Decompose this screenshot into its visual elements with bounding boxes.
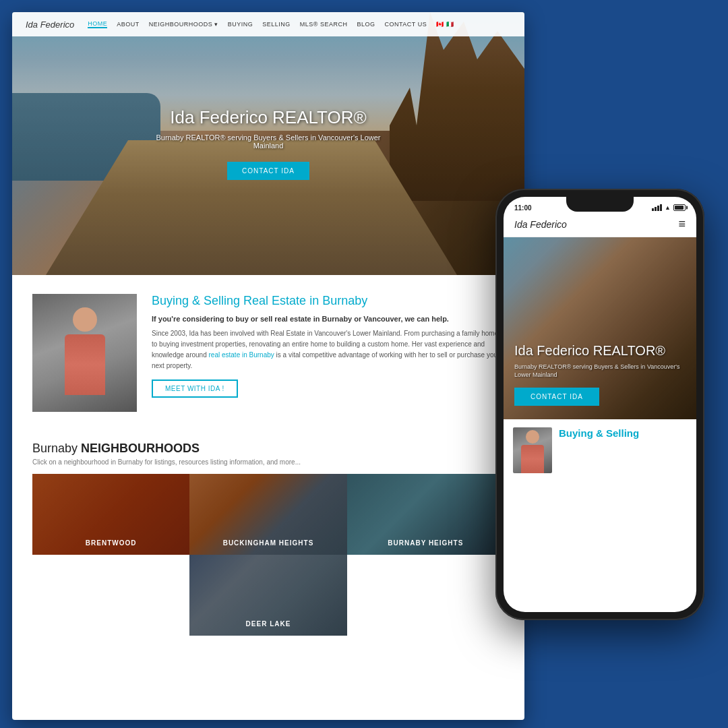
battery-fill (675, 206, 684, 210)
neighbourhoods-subtitle: Click on a neighbourhood in Burnaby for … (32, 458, 504, 466)
burnaby-heights-label: BURNABY HEIGHTS (347, 539, 504, 547)
neighbourhoods-section: Burnaby NEIGHBOURHOODS Click on a neighb… (12, 431, 524, 642)
phone-about: Buying & Selling (504, 419, 696, 481)
about-bold-text: If you're considering to buy or sell rea… (152, 315, 504, 323)
phone-status-icons: ▲ (652, 204, 686, 211)
signal-bar-2 (655, 207, 657, 211)
meet-button[interactable]: MEET WITH IDA ! (152, 380, 238, 398)
hero-content: Ida Federico REALTOR® Burnaby REALTOR® s… (140, 107, 396, 180)
signal-bar-3 (657, 206, 659, 211)
neighbourhood-deer-lake[interactable]: DEER LAKE (189, 555, 346, 636)
nav-item-neighbourhoods[interactable]: NEIGHBOURHOODS ▾ (149, 21, 218, 28)
phone-contact-button[interactable]: CONTACT IDA (514, 388, 599, 406)
brentwood-label: BRENTWOOD (32, 539, 189, 547)
neighbourhoods-title: Burnaby NEIGHBOURHOODS (32, 442, 504, 456)
neighbourhood-buckingham[interactable]: BUCKINGHAM HEIGHTS (189, 474, 346, 555)
phone-nav-logo: Ida Federico (514, 219, 567, 230)
about-text: Buying & Selling Real Estate in Burnaby … (152, 294, 504, 412)
hamburger-icon[interactable]: ≡ (678, 217, 686, 231)
about-paragraph: Since 2003, Ida has been involved with R… (152, 328, 504, 371)
signal-bar-4 (660, 204, 662, 211)
wifi-icon: ▲ (665, 204, 671, 211)
neighbourhoods-title-bold: NEIGHBOURHOODS (81, 442, 200, 455)
phone-hero-title: Ida Federico REALTOR® (514, 342, 686, 359)
phone-agent-photo (513, 427, 552, 473)
nav-item-home[interactable]: HOME (88, 20, 107, 28)
phone-nav: Ida Federico ≡ (504, 216, 696, 237)
signal-icon (652, 204, 662, 211)
phone-about-text: Buying & Selling (559, 427, 687, 439)
nav-item-blog[interactable]: BLOG (357, 21, 375, 28)
nav-item-mls[interactable]: MLS® SEARCH (300, 21, 348, 28)
nav-logo: Ida Federico (26, 20, 74, 30)
phone-time: 11:00 (514, 204, 532, 212)
desktop-mockup: Ida Federico HOME ABOUT NEIGHBOURHOODS ▾… (12, 12, 524, 720)
hero-contact-button[interactable]: CONTACT IDA (227, 162, 309, 180)
neighbourhoods-grid: BRENTWOOD BUCKINGHAM HEIGHTS BURNABY HEI… (32, 474, 504, 555)
neighbourhoods-row2: DEER LAKE (32, 555, 504, 636)
phone-agent-body (521, 445, 544, 473)
about-section: Buying & Selling Real Estate in Burnaby … (12, 275, 524, 431)
battery-icon (673, 204, 686, 211)
hero-section: Ida Federico REALTOR® Burnaby REALTOR® s… (12, 12, 524, 275)
about-link[interactable]: real estate in Burnaby (209, 351, 274, 359)
buckingham-label: BUCKINGHAM HEIGHTS (189, 539, 346, 547)
phone-hero-content: Ida Federico REALTOR® Burnaby REALTOR® s… (514, 342, 686, 406)
agent-figure (58, 307, 112, 412)
deer-lake-label: DEER LAKE (189, 620, 346, 628)
agent-body (65, 334, 105, 395)
phone-agent-head (526, 430, 539, 444)
phone-mockup: 11:00 ▲ Ida Federico ≡ (495, 189, 704, 620)
desktop-nav: Ida Federico HOME ABOUT NEIGHBOURHOODS ▾… (12, 12, 524, 36)
nav-flags: 🇨🇦 🇮🇹 (436, 21, 454, 28)
nav-item-contact[interactable]: CONTACT US (385, 21, 427, 28)
hero-title: Ida Federico REALTOR® (140, 107, 396, 128)
signal-bar-1 (652, 208, 654, 211)
hero-subtitle: Burnaby REALTOR® serving Buyers & Seller… (140, 133, 396, 150)
phone-notch (566, 197, 634, 212)
phone-screen: 11:00 ▲ Ida Federico ≡ (504, 197, 696, 612)
nav-item-selling[interactable]: SELLING (262, 21, 291, 28)
phone-about-heading: Buying & Selling (559, 427, 687, 439)
nav-item-buying[interactable]: BUYING (228, 21, 253, 28)
phone-hero: Ida Federico REALTOR® Burnaby REALTOR® s… (504, 237, 696, 419)
agent-head (73, 307, 97, 332)
agent-photo (32, 294, 137, 412)
neighbourhood-brentwood[interactable]: BRENTWOOD (32, 474, 189, 555)
about-heading: Buying & Selling Real Estate in Burnaby (152, 294, 504, 308)
phone-hero-subtitle: Burnaby REALTOR® serving Buyers & Seller… (514, 363, 686, 380)
neighbourhood-burnaby-heights[interactable]: BURNABY HEIGHTS (347, 474, 504, 555)
nav-item-about[interactable]: ABOUT (117, 21, 140, 28)
